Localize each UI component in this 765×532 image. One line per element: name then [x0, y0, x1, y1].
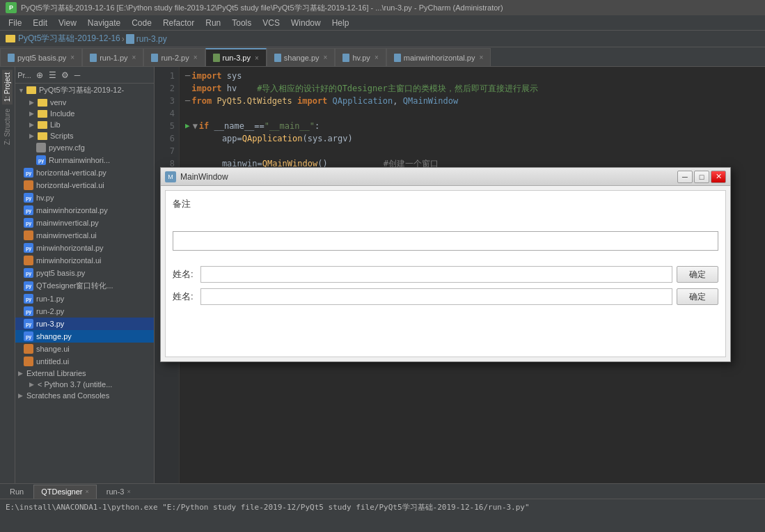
tab-close-hv[interactable]: ×: [374, 54, 379, 61]
hvpy-label: horizontal-vertical.py: [36, 169, 107, 177]
tree-mainwinhorizontal[interactable]: py mainwinhorizontal.py: [15, 204, 154, 217]
menu-bar: File Edit View Navigate Code Refactor Ru…: [0, 15, 765, 31]
menu-run[interactable]: Run: [200, 17, 226, 29]
menu-window[interactable]: Window: [285, 17, 326, 29]
run1-icon: py: [24, 294, 33, 304]
bottom-tab-run3-close[interactable]: ×: [127, 488, 130, 495]
tree-venv[interactable]: ▶ venv: [15, 97, 154, 108]
dialog-close-btn[interactable]: ✕: [711, 171, 726, 183]
tab-shange[interactable]: shange.py ×: [267, 48, 336, 66]
tree-qtdesigner[interactable]: py QTdesigner窗口转化...: [15, 279, 154, 292]
run2-label: run-2.py: [36, 307, 64, 315]
tree-run2[interactable]: py run-2.py: [15, 305, 154, 318]
tab-close-run2[interactable]: ×: [194, 54, 198, 61]
tab-close-run3[interactable]: ×: [255, 54, 259, 62]
tree-root[interactable]: ▼ PyQt5学习基础-2019-12-: [15, 84, 154, 97]
dialog-maximize-btn[interactable]: □: [694, 171, 709, 183]
dialog-field2-confirm-btn[interactable]: 确定: [677, 288, 718, 305]
app-icon: P: [6, 2, 17, 13]
dialog-field1-input[interactable]: [200, 266, 672, 283]
tree-minwinhorizontal-ui[interactable]: minwinhorizontal.ui: [15, 254, 154, 267]
minwinhorizontal-label: minwinhorizontal.py: [36, 244, 104, 252]
tab-label-run2: run-2.py: [161, 54, 189, 62]
tree-runmainwinhori[interactable]: py Runmainwinhori...: [15, 154, 154, 166]
menu-tools[interactable]: Tools: [226, 17, 257, 29]
bottom-tab-run3[interactable]: run-3 ×: [100, 485, 138, 499]
tree-scratches[interactable]: ▶ Scratches and Consoles: [15, 390, 154, 401]
dialog-mainwindow: M MainWindow ─ □ ✕ 备注 姓名: 确定 姓名:: [160, 167, 731, 362]
left-tab-structure[interactable]: Z: Structure: [2, 106, 13, 148]
tree-mainwinvertical[interactable]: py mainwinvertical.py: [15, 217, 154, 229]
tab-pyqt5basis[interactable]: pyqt5 basis.py ×: [0, 48, 82, 66]
tree-mainwinvertical-ui[interactable]: mainwinvertical.ui: [15, 229, 154, 242]
sidebar-minimize-btn[interactable]: ─: [71, 69, 84, 81]
code-line-5: ▶ ▼ if __name__=="__main__":: [185, 120, 759, 132]
menu-code[interactable]: Code: [126, 17, 157, 29]
tab-close-shange[interactable]: ×: [324, 54, 328, 61]
tree-minwinhorizontal[interactable]: py minwinhorizontal.py: [15, 242, 154, 254]
bottom-tab-qtdesigner[interactable]: QTDesigner ×: [33, 485, 97, 499]
hvpy-icon: py: [24, 168, 33, 178]
run1-label: run-1.py: [36, 295, 64, 303]
tab-label-pyqt5basis: pyqt5 basis.py: [17, 54, 66, 62]
tab-close-pyqt5basis[interactable]: ×: [70, 54, 74, 61]
bottom-tab-qtdesigner-close[interactable]: ×: [85, 488, 88, 495]
tab-close-mainwinhorizontal[interactable]: ×: [479, 54, 483, 61]
tree-hv-py[interactable]: py horizontal-vertical.py: [15, 166, 154, 179]
tree-pyvenv[interactable]: pyvenv.cfg: [15, 141, 154, 154]
menu-navigate[interactable]: Navigate: [82, 17, 126, 29]
external-arrow: ▶: [18, 370, 26, 377]
tab-hv[interactable]: hv.py ×: [335, 48, 386, 66]
bottom-content: E:\install\ANACONDA1-1\python.exe "E:/Py…: [0, 499, 765, 515]
include-folder-icon: [38, 110, 47, 118]
tree-run1[interactable]: py run-1.py: [15, 292, 154, 305]
tab-run2[interactable]: run-2.py ×: [143, 48, 205, 66]
menu-view[interactable]: View: [53, 17, 82, 29]
menu-file[interactable]: File: [3, 17, 27, 29]
tree-external[interactable]: ▶ External Libraries: [15, 368, 154, 379]
window-title: PyQt5学习基础-2019-12-16 [E:\Python study fi…: [21, 3, 503, 13]
menu-edit[interactable]: Edit: [27, 17, 53, 29]
hvui-icon: [24, 180, 33, 190]
tree-python[interactable]: ▶ < Python 3.7 (untitle...: [15, 379, 154, 390]
tab-icon-mainwinhorizontal: [394, 54, 401, 62]
breadcrumb-file[interactable]: run-3.py: [136, 34, 167, 44]
tree-shange[interactable]: py shange.py: [15, 330, 154, 343]
tree-hv-ui[interactable]: horizontal-vertical.ui: [15, 179, 154, 191]
fold-1: ─: [185, 70, 190, 82]
tab-label-run1: run-1.py: [100, 54, 127, 62]
tab-icon-pyqt5basis: [8, 54, 15, 62]
tree-hv[interactable]: py hv.py: [15, 191, 154, 204]
tab-run3[interactable]: run-3.py ×: [205, 48, 267, 66]
bottom-command: E:\install\ANACONDA1-1\python.exe "E:/Py…: [6, 503, 530, 512]
sidebar-collapse-btn[interactable]: ☰: [46, 69, 58, 81]
run2-icon: py: [24, 306, 33, 316]
tree-scripts[interactable]: ▶ Scripts: [15, 130, 154, 141]
bottom-tab-run[interactable]: Run: [3, 485, 31, 499]
tree-include[interactable]: ▶ Include: [15, 108, 154, 119]
dialog-textarea[interactable]: [173, 231, 718, 251]
tab-mainwinhorizontal[interactable]: mainwinhorizontal.py ×: [386, 48, 491, 66]
sidebar-settings-btn[interactable]: ⚙: [58, 69, 71, 81]
pyvenv-label: pyvenv.cfg: [49, 143, 85, 152]
dialog-field2-input[interactable]: [200, 288, 672, 305]
tree-shange-ui[interactable]: shange.ui: [15, 343, 154, 355]
tab-run1[interactable]: run-1.py ×: [82, 48, 143, 66]
menu-help[interactable]: Help: [326, 17, 355, 29]
tree-untitled-ui[interactable]: untitled.ui: [15, 355, 154, 368]
menu-refactor[interactable]: Refactor: [157, 17, 200, 29]
tree-run3[interactable]: py run-3.py: [15, 318, 154, 330]
tab-close-run1[interactable]: ×: [132, 54, 136, 61]
tree-pyqt5basis[interactable]: py pyqt5 basis.py: [15, 267, 154, 279]
breadcrumb-project[interactable]: PyQt5学习基础-2019-12-16: [18, 33, 120, 45]
sidebar-sync-btn[interactable]: ⊕: [33, 69, 46, 81]
dialog-minimize-btn[interactable]: ─: [677, 171, 693, 183]
tree-lib[interactable]: ▶ Lib: [15, 119, 154, 130]
scratches-label: Scratches and Consoles: [26, 391, 109, 400]
shange-icon: py: [24, 331, 33, 341]
dialog-field1-confirm-btn[interactable]: 确定: [677, 266, 718, 283]
menu-vcs[interactable]: VCS: [257, 17, 285, 29]
left-tab-project[interactable]: 1: Project: [2, 70, 13, 104]
bottom-panel: Run QTDesigner × run-3 × E:\install\ANAC…: [0, 483, 765, 532]
dialog-field2-label: 姓名:: [173, 290, 200, 303]
